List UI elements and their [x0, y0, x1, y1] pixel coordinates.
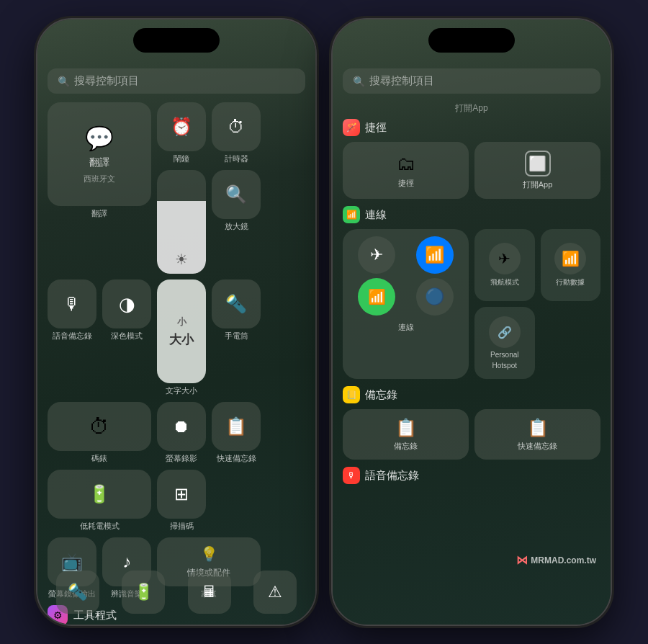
- shortcuts-header: 🪄 捷徑: [343, 119, 600, 136]
- dark-mode-item[interactable]: ◑ 深色模式: [102, 279, 151, 341]
- connect-icon: 📶: [346, 210, 357, 220]
- connect-standalone-icon: 🔗: [489, 316, 521, 348]
- shortcuts-section-icon: 🪄: [343, 119, 360, 136]
- lp-row-1: 💬 翻譯 西班牙文 翻譯 ⏰ 鬧鐘 ⏱: [48, 102, 305, 274]
- text-size-text: 大小: [169, 331, 194, 348]
- timer-label: 計時器: [225, 154, 248, 164]
- stopwatch-icon: ⏱: [89, 415, 109, 439]
- shortcuts-openapp-item[interactable]: ⬜ 打開App: [474, 142, 600, 199]
- voice-icon-display: 🎙: [347, 470, 356, 480]
- stopwatch-item[interactable]: ⏱ 碼錶: [48, 402, 151, 464]
- lp-row-4: 🔋 低耗電模式 ⊞ 掃描碼: [48, 470, 305, 532]
- shortcuts-icon: 🪄: [346, 122, 357, 133]
- connect-standalone-item[interactable]: 🔗 Personal Hotspot: [474, 307, 535, 379]
- scan-qr-icon: ⊞: [174, 484, 189, 504]
- bottom-flashlight-item[interactable]: 🔦: [56, 571, 99, 614]
- right-search-bar[interactable]: 🔍 搜尋控制項目: [343, 68, 600, 94]
- voice-section-icon: 🎙: [343, 467, 360, 484]
- airplane-standalone-item[interactable]: ✈ 飛航模式: [474, 229, 535, 301]
- notes-icon: 📒: [346, 390, 357, 400]
- connect-title: 連線: [365, 208, 387, 222]
- magnifier-item[interactable]: 🔍 放大鏡: [212, 170, 261, 274]
- translate-label: 翻譯: [89, 156, 109, 169]
- airplane-item[interactable]: ✈: [358, 236, 395, 274]
- low-battery-icon: 🔋: [89, 484, 110, 504]
- dark-mode-icon: ◑: [119, 293, 135, 316]
- timer-item[interactable]: ⏱ 計時器: [212, 102, 261, 164]
- wifi-active-btn: 📶: [416, 236, 454, 274]
- shortcuts-shortcut-item[interactable]: 🗂 捷徑: [343, 142, 469, 199]
- notes-section: 📒 備忘錄 📋 備忘錄 📋 快速備忘錄: [343, 386, 600, 460]
- quick-notes-box: 📋: [212, 402, 261, 451]
- connect-top-row: ✈ 📶: [350, 236, 462, 274]
- screen-record-box: ⏺: [157, 402, 206, 451]
- text-size-small: 小: [177, 316, 186, 328]
- flashlight-item[interactable]: 🔦 手電筒: [212, 279, 261, 341]
- quick-notes-label: 快速備忘錄: [217, 454, 256, 464]
- notes-header: 📒 備忘錄: [343, 386, 600, 403]
- screen-record-label: 螢幕錄影: [166, 454, 197, 464]
- screen-mirror-icon: 📺: [61, 552, 83, 572]
- clock-box: ⏰: [157, 102, 206, 151]
- notes-section-icon: 📒: [343, 386, 360, 403]
- connect-bottom-label: 連線: [350, 320, 462, 333]
- left-search-placeholder: 搜尋控制項目: [74, 74, 139, 88]
- wifi-btn: 📶: [358, 278, 395, 316]
- bottom-alert-item[interactable]: ⚠: [253, 571, 297, 614]
- translate-item[interactable]: 💬 翻譯 西班牙文 翻譯: [48, 102, 151, 219]
- low-battery-label: 低耗電模式: [80, 522, 120, 532]
- text-size-box: 小 大小: [157, 279, 206, 383]
- airplane-btn: ✈: [358, 236, 395, 274]
- shortcuts-section: 🪄 捷徑 🗂 捷徑 ⬜ 打開App: [343, 119, 600, 199]
- dark-mode-label: 深色模式: [111, 331, 143, 341]
- connect-bottom-row: 📶 🔵: [350, 278, 462, 316]
- bottom-calculator-icon: 🖩: [202, 583, 217, 601]
- voice-memo-section: 🎙 語音備忘錄: [343, 467, 600, 484]
- lp-row-2: 🎙 語音備忘錄 ◑ 深色模式 小 大小 文字大小 🔦: [48, 279, 305, 396]
- voice-memo-item[interactable]: 🎙 語音備忘錄: [48, 279, 96, 341]
- hotspot-item[interactable]: 📶: [416, 236, 454, 274]
- quick-notes-icon: 📋: [225, 416, 247, 437]
- bottom-calculator-item[interactable]: 🖩: [188, 571, 231, 614]
- left-search-bar[interactable]: 🔍 搜尋控制項目: [48, 68, 305, 94]
- note-memo-item[interactable]: 📋 備忘錄: [343, 409, 469, 460]
- note-quick-icon: 📋: [527, 418, 549, 438]
- scan-qr-box: ⊞: [157, 470, 206, 519]
- flashlight-box: 🔦: [212, 279, 261, 328]
- connect-header: 📶 連線: [343, 206, 600, 223]
- low-battery-item[interactable]: 🔋 低耗電模式: [48, 470, 151, 532]
- connect-grid: ✈ 📶 📶 🔵: [343, 229, 600, 379]
- shazam-icon: ♪: [122, 552, 131, 572]
- text-size-item[interactable]: 小 大小 文字大小: [157, 279, 206, 396]
- airplane-standalone-label: 飛航模式: [490, 277, 519, 287]
- bottom-battery-item[interactable]: 🔋: [122, 571, 165, 614]
- notes-grid: 📋 備忘錄 📋 快速備忘錄: [343, 409, 600, 460]
- brightness-icon: ☀: [175, 251, 188, 268]
- connect-section: 📶 連線 ✈ 📶: [343, 206, 600, 379]
- right-search-icon: 🔍: [353, 76, 365, 87]
- connect-right-top: ✈ 飛航模式 📶 行動數據: [474, 229, 600, 301]
- shortcuts-title: 捷徑: [365, 121, 387, 135]
- brightness-magnifier-row: ☀ 🔍 放大鏡: [157, 170, 305, 274]
- note-quick-item[interactable]: 📋 快速備忘錄: [474, 409, 600, 460]
- bluetooth-item[interactable]: 🔵: [416, 278, 454, 316]
- mobile-data-item[interactable]: 📶 行動數據: [541, 229, 601, 301]
- brightness-slider: ☀: [157, 170, 206, 274]
- home-icon: 💡: [200, 545, 218, 563]
- personal-hotspot-label-1: Personal: [490, 351, 518, 359]
- text-size-label: 文字大小: [166, 386, 197, 396]
- connect-section-icon: 📶: [343, 206, 360, 223]
- quick-notes-item[interactable]: 📋 快速備忘錄: [212, 402, 261, 464]
- scan-qr-item[interactable]: ⊞ 掃描碼: [157, 470, 206, 532]
- connect-right-bottom: 🔗 Personal Hotspot: [474, 307, 600, 379]
- dark-mode-box: ◑: [102, 279, 151, 328]
- clock-item[interactable]: ⏰ 鬧鐘: [157, 102, 206, 164]
- stopwatch-label: 碼錶: [91, 454, 107, 464]
- left-dynamic-island: [133, 28, 220, 53]
- magnifier-box: 🔍: [212, 170, 261, 219]
- brightness-item[interactable]: ☀: [157, 170, 206, 274]
- airplane-standalone-icon: ✈: [489, 243, 521, 274]
- screen-record-item[interactable]: ⏺ 螢幕錄影: [157, 402, 206, 464]
- right-dynamic-island: [428, 28, 515, 53]
- wifi-item[interactable]: 📶: [358, 278, 395, 316]
